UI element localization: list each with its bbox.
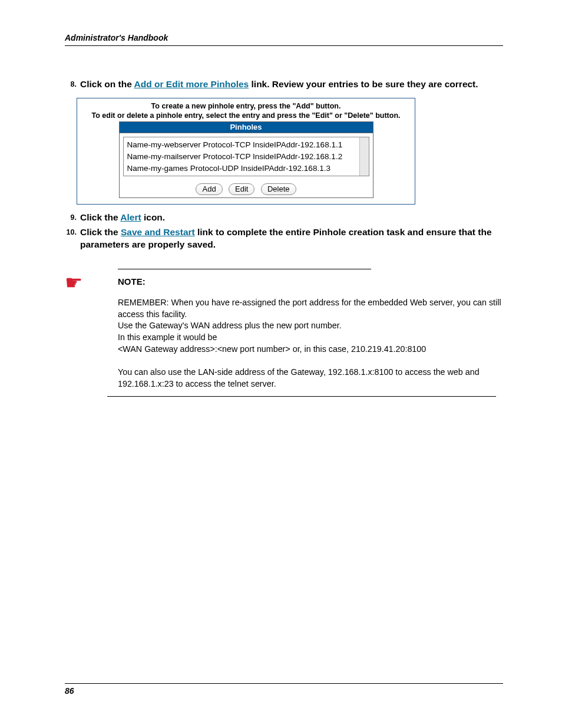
step-8-pre: Click on the	[80, 79, 134, 89]
alert-link[interactable]: Alert	[120, 212, 141, 222]
divider	[107, 396, 496, 397]
header-title: Administrator's Handbook	[65, 33, 168, 42]
delete-button[interactable]: Delete	[261, 183, 296, 195]
pinhole-instr-2: To edit or delete a pinhole entry, selec…	[80, 111, 412, 120]
note-p3: In this example it would be	[118, 332, 503, 344]
list-item[interactable]: Name-my-webserver Protocol-TCP InsideIPA…	[127, 139, 365, 151]
step-8-post: link. Review your entries to be sure the…	[249, 79, 478, 89]
step-10-text: Click the Save and Restart link to compl…	[80, 226, 503, 251]
step-10-pre: Click the	[80, 227, 121, 237]
note-p5: You can also use the LAN-side address of…	[118, 367, 503, 390]
pinhole-listbox[interactable]: Name-my-webserver Protocol-TCP InsideIPA…	[123, 137, 369, 176]
pinhole-table-header: Pinholes	[120, 122, 373, 133]
note-body: REMEMBER: When you have re-assigned the …	[118, 297, 503, 390]
step-9-text: Click the Alert icon.	[80, 212, 503, 224]
pointing-hand-icon: ☛	[65, 271, 82, 294]
note-label: NOTE:	[118, 276, 503, 286]
list-item[interactable]: Name-my-games Protocol-UDP InsideIPAddr-…	[127, 163, 365, 174]
step-9-post: icon.	[141, 212, 165, 222]
edit-button[interactable]: Edit	[229, 183, 254, 195]
divider	[118, 269, 371, 269]
save-restart-link[interactable]: Save and Restart	[121, 227, 195, 237]
page-number: 86	[65, 686, 74, 696]
step-number-10: 10.	[65, 226, 80, 251]
step-number-9: 9.	[65, 212, 80, 224]
step-number-8: 8.	[65, 78, 80, 91]
note-p1: REMEMBER: When you have re-assigned the …	[118, 297, 503, 320]
pinhole-instr-1: To create a new pinhole entry, press the…	[80, 101, 412, 111]
step-9-pre: Click the	[80, 212, 120, 222]
note-p2: Use the Gateway's WAN address plus the n…	[118, 320, 503, 332]
step-8-text: Click on the Add or Edit more Pinholes l…	[80, 78, 503, 91]
pinhole-panel: To create a new pinhole entry, press the…	[77, 98, 415, 205]
list-item[interactable]: Name-my-mailserver Protocol-TCP InsideIP…	[127, 151, 365, 163]
add-edit-pinholes-link[interactable]: Add or Edit more Pinholes	[134, 79, 249, 89]
add-button[interactable]: Add	[196, 183, 222, 195]
note-p4: <WAN Gateway address>:<new port number> …	[118, 344, 503, 355]
scrollbar[interactable]	[359, 137, 369, 176]
